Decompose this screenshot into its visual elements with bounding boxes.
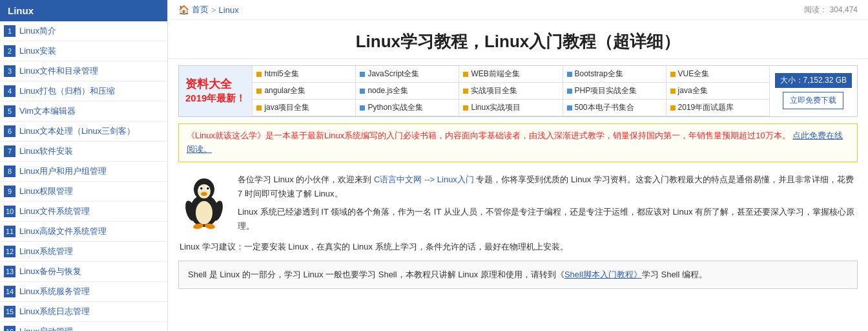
svg-point-1 [196, 201, 212, 224]
ad-link-label: Python实战全集 [367, 102, 422, 113]
breadcrumb-bar: 🏠 首页 > Linux 阅读： 304,474 [168, 0, 868, 20]
breadcrumb: 🏠 首页 > Linux [178, 4, 239, 16]
sidebar-item-number: 4 [4, 85, 16, 97]
sidebar-item[interactable]: 7Linux软件安装 [0, 142, 167, 162]
ad-link-label: 实战项目全集 [471, 85, 517, 96]
sidebar-item-number: 12 [4, 246, 16, 257]
ad-link-item[interactable]: Python实战全集 [355, 100, 459, 116]
page-title: Linux学习教程，Linux入门教程（超详细） [168, 20, 868, 59]
ad-dot-icon [360, 105, 365, 111]
ad-dot-icon [567, 72, 572, 77]
sidebar-item-number: 13 [4, 266, 16, 277]
ad-link-label: PHP项目实战全集 [575, 85, 637, 96]
sidebar-item-number: 6 [4, 125, 16, 137]
ad-dot-icon [567, 89, 572, 94]
sidebar-item[interactable]: 13Linux备份与恢复 [0, 262, 167, 282]
ad-dot-icon [256, 105, 262, 111]
ad-link-item[interactable]: VUE全集 [666, 66, 769, 83]
sidebar-item-label: Linux软件安装 [19, 145, 73, 157]
ad-link-item[interactable]: Linux实战项目 [459, 100, 562, 116]
breadcrumb-separator: > [211, 5, 216, 15]
ad-dot-icon [567, 105, 572, 111]
sidebar-item-number: 1 [4, 25, 16, 37]
sidebar-item-number: 8 [4, 166, 16, 177]
sidebar-item-label: Linux安装 [19, 45, 56, 57]
sidebar-item[interactable]: 9Linux权限管理 [0, 182, 167, 202]
intro-clink[interactable]: C语言中文网 --> Linux入门 [374, 175, 474, 184]
ad-download-button[interactable]: 立即免费下载 [783, 92, 843, 109]
ad-link-label: Linux实战项目 [471, 102, 521, 113]
ad-dot-icon [256, 72, 262, 77]
ad-daziquan: 资料大全 [185, 78, 245, 92]
sidebar-item-label: Linux备份与恢复 [19, 266, 81, 277]
content-area: 各位学习 Linux 的小伙伴，欢迎来到 C语言中文网 --> Linux入门 … [168, 167, 868, 301]
sidebar-items-list: 1Linux简介2Linux安装3Linux文件和目录管理4Linux打包（归档… [0, 21, 167, 331]
ad-dot-icon [670, 105, 676, 111]
ad-link-item[interactable]: Bootstrap全集 [563, 66, 666, 83]
ad-link-item[interactable]: PHP项目实战全集 [563, 83, 666, 100]
sidebar-item[interactable]: 12Linux系统管理 [0, 242, 167, 262]
shell-note-box: Shell 是 Linux 的一部分，学习 Linux 一般也要学习 Shell… [178, 261, 858, 289]
sidebar-item-number: 10 [4, 206, 16, 217]
shell-note-link[interactable]: Shell脚本入门教程》 [564, 270, 642, 279]
ad-link-item[interactable]: WEB前端全集 [459, 66, 562, 83]
sidebar-item[interactable]: 14Linux系统服务管理 [0, 282, 167, 302]
ad-link-label: WEB前端全集 [471, 69, 519, 80]
sidebar-item-number: 14 [4, 286, 16, 297]
ad-dot-icon [463, 72, 468, 77]
ad-link-item[interactable]: angular全集 [252, 83, 355, 100]
ad-link-item[interactable]: JavaScript全集 [355, 66, 459, 83]
ad-link-item[interactable]: node.js全集 [355, 83, 459, 100]
sidebar-item-number: 7 [4, 145, 16, 157]
ad-size-label: 大小：7,152.32 GB [775, 73, 852, 88]
ad-right-section: 大小：7,152.32 GB 立即免费下载 [769, 66, 857, 116]
ad-link-label: Bootstrap全集 [575, 69, 623, 80]
ad-link-item[interactable]: java全集 [666, 83, 769, 100]
intro-block: 各位学习 Linux 的小伙伴，欢迎来到 C语言中文网 --> Linux入门 … [178, 173, 858, 233]
ad-link-label: java全集 [678, 85, 708, 96]
ad-link-item[interactable]: 2019年面试题库 [666, 100, 769, 116]
shell-note-text2: 学习 Shell 编程。 [642, 270, 707, 279]
tux-penguin-icon [178, 173, 230, 233]
sidebar-item-label: Linux简介 [19, 25, 56, 37]
study-tip: Linux 学习建议：一定要安装 Linux，在真实的 Linux 系统上学习，… [178, 240, 858, 254]
sidebar-item[interactable]: 4Linux打包（归档）和压缩 [0, 81, 167, 101]
ad-link-item[interactable]: 500本电子书集合 [563, 100, 666, 116]
sidebar-item-label: Linux文本处理（Linux三剑客） [19, 125, 135, 137]
intro-para2: Linux 系统已经渗透到 IT 领域的各个角落，作为一名 IT 从业人员，不管… [238, 205, 858, 233]
sidebar-item[interactable]: 6Linux文本处理（Linux三剑客） [0, 122, 167, 142]
ad-link-item[interactable]: 实战项目全集 [459, 83, 562, 100]
ad-link-label: java项目全集 [264, 102, 309, 113]
sidebar-item[interactable]: 16Linux启动管理 [0, 322, 167, 331]
sidebar-item[interactable]: 8Linux用户和用户组管理 [0, 162, 167, 182]
sidebar-item-label: Vim文本编辑器 [19, 105, 76, 117]
svg-point-7 [207, 187, 209, 189]
sidebar-item[interactable]: 5Vim文本编辑器 [0, 101, 167, 122]
breadcrumb-home-link[interactable]: 首页 [192, 4, 209, 16]
sidebar: Linux 1Linux简介2Linux安装3Linux文件和目录管理4Linu… [0, 0, 168, 331]
sidebar-item-number: 2 [4, 45, 16, 57]
sidebar-item-label: Linux用户和用户组管理 [19, 166, 107, 177]
sidebar-item[interactable]: 10Linux文件系统管理 [0, 202, 167, 222]
shell-note-text1: Shell 是 Linux 的一部分，学习 Linux 一般也要学习 Shell… [188, 270, 564, 279]
sidebar-item[interactable]: 11Linux高级文件系统管理 [0, 222, 167, 242]
ad-links-grid: html5全集JavaScript全集WEB前端全集Bootstrap全集VUE… [252, 66, 769, 116]
sidebar-item-label: Linux系统服务管理 [19, 286, 90, 297]
sidebar-item-label: Linux权限管理 [19, 186, 73, 197]
svg-point-8 [201, 192, 207, 196]
sidebar-item[interactable]: 3Linux文件和目录管理 [0, 61, 167, 81]
ad-link-item[interactable]: java项目全集 [252, 100, 355, 116]
sidebar-item[interactable]: 15Linux系统日志管理 [0, 302, 167, 322]
notice-box: 《Linux就该这么学》是一本基于最新Linux系统编写的入门必读书籍，内容面向… [178, 123, 858, 162]
notice-text: 《Linux就该这么学》是一本基于最新Linux系统编写的入门必读书籍，内容面向… [187, 131, 790, 140]
sidebar-item-number: 11 [4, 226, 16, 237]
sidebar-item-number: 5 [4, 105, 16, 117]
read-label: 阅读： [804, 5, 827, 14]
ad-link-item[interactable]: html5全集 [252, 66, 355, 83]
read-count: 304,474 [830, 5, 858, 14]
sidebar-item[interactable]: 1Linux简介 [0, 21, 167, 41]
ad-link-label: 500本电子书集合 [575, 102, 634, 113]
ad-link-label: JavaScript全集 [367, 69, 419, 80]
sidebar-item-label: Linux高级文件系统管理 [19, 226, 107, 237]
sidebar-item[interactable]: 2Linux安装 [0, 41, 167, 61]
